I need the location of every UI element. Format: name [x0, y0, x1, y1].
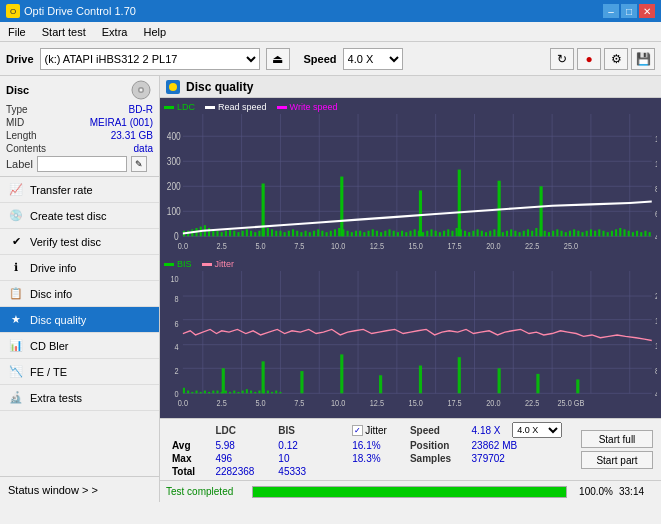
svg-rect-118	[472, 231, 474, 237]
svg-rect-123	[493, 229, 495, 236]
svg-rect-72	[279, 231, 281, 237]
disc-contents-value: data	[134, 143, 153, 154]
svg-rect-128	[514, 231, 516, 237]
position-value: 23862 MB	[470, 439, 577, 452]
svg-text:20.0: 20.0	[486, 397, 500, 408]
svg-rect-63	[267, 228, 269, 236]
svg-rect-100	[397, 232, 399, 236]
svg-rect-95	[376, 231, 378, 237]
disc-section: Disc Type BD-R MID MEIRA1 (001) Length 2…	[0, 76, 159, 177]
speed-select[interactable]: 4.0 X	[343, 48, 403, 70]
verify-test-disc-icon: ✔	[8, 234, 24, 250]
svg-rect-154	[623, 229, 625, 236]
svg-rect-83	[326, 232, 328, 236]
legend-write-speed: Write speed	[277, 102, 338, 112]
menu-help[interactable]: Help	[139, 24, 170, 40]
start-full-button[interactable]: Start full	[581, 430, 653, 448]
svg-text:0.0: 0.0	[178, 240, 188, 251]
svg-text:20.0: 20.0	[486, 240, 500, 251]
disc-button[interactable]: ●	[577, 48, 601, 70]
legend-read-speed: Read speed	[205, 102, 267, 112]
svg-rect-125	[502, 232, 504, 236]
svg-rect-119	[477, 229, 479, 236]
sidebar-item-verify-test-disc-label: Verify test disc	[30, 236, 101, 248]
ldc-legend-dot	[164, 106, 174, 109]
max-bis: 10	[272, 452, 321, 465]
svg-rect-96	[380, 232, 382, 236]
status-text: Test completed	[166, 486, 246, 497]
total-bis: 45333	[272, 465, 321, 478]
sidebar-item-transfer-rate[interactable]: 📈 Transfer rate	[0, 177, 159, 203]
svg-rect-217	[208, 392, 210, 393]
sidebar-item-extra-tests[interactable]: 🔬 Extra tests	[0, 385, 159, 411]
svg-rect-160	[649, 232, 651, 236]
titlebar-controls[interactable]: – □ ✕	[603, 4, 655, 18]
svg-rect-107	[426, 231, 428, 237]
jitter-checkbox-cell[interactable]: ✓ Jitter	[346, 421, 404, 439]
settings-button[interactable]: ⚙	[604, 48, 628, 70]
menu-file[interactable]: File	[4, 24, 30, 40]
minimize-button[interactable]: –	[603, 4, 619, 18]
jitter-checkbox[interactable]: ✓	[352, 425, 363, 436]
lower-chart: BIS Jitter	[164, 259, 657, 414]
refresh-button[interactable]: ↻	[550, 48, 574, 70]
svg-rect-222	[229, 392, 231, 393]
position-label: Position	[404, 439, 470, 452]
svg-rect-137	[552, 231, 554, 237]
sidebar-item-disc-info-label: Disc info	[30, 288, 72, 300]
svg-rect-226	[246, 389, 248, 393]
menu-start-test[interactable]: Start test	[38, 24, 90, 40]
svg-rect-75	[292, 229, 294, 236]
svg-text:6X: 6X	[655, 208, 657, 219]
svg-text:10.0: 10.0	[331, 397, 345, 408]
svg-rect-216	[204, 391, 206, 394]
svg-text:2.5: 2.5	[217, 397, 227, 408]
svg-text:8%: 8%	[655, 365, 657, 376]
sidebar-item-drive-info[interactable]: ℹ Drive info	[0, 255, 159, 281]
label-edit-button[interactable]: ✎	[131, 156, 147, 172]
maximize-button[interactable]: □	[621, 4, 637, 18]
svg-text:16%: 16%	[655, 315, 657, 326]
eject-button[interactable]: ⏏	[266, 48, 290, 70]
svg-rect-111	[443, 231, 445, 237]
sidebar: Disc Type BD-R MID MEIRA1 (001) Length 2…	[0, 76, 160, 502]
svg-rect-67	[340, 177, 343, 237]
disc-mid-label: MID	[6, 117, 24, 128]
svg-rect-52	[221, 232, 223, 236]
svg-rect-143	[577, 231, 579, 237]
content-area: Disc quality LDC Read speed	[160, 76, 661, 502]
svg-rect-51	[216, 231, 218, 237]
write-speed-legend-dot	[277, 106, 287, 109]
svg-text:17.5: 17.5	[447, 397, 461, 408]
sidebar-item-extra-tests-label: Extra tests	[30, 392, 82, 404]
sidebar-item-verify-test-disc[interactable]: ✔ Verify test disc	[0, 229, 159, 255]
svg-rect-113	[451, 231, 453, 237]
svg-rect-152	[615, 229, 617, 236]
sidebar-item-disc-info[interactable]: 📋 Disc info	[0, 281, 159, 307]
sidebar-item-cd-bler-label: CD Bler	[30, 340, 69, 352]
close-button[interactable]: ✕	[639, 4, 655, 18]
svg-rect-59	[250, 231, 252, 237]
start-part-button[interactable]: Start part	[581, 451, 653, 469]
sidebar-item-cd-bler[interactable]: 📊 CD Bler	[0, 333, 159, 359]
svg-rect-55	[233, 231, 235, 237]
svg-rect-233	[275, 391, 277, 394]
label-input[interactable]	[37, 156, 127, 172]
sidebar-item-disc-quality[interactable]: ★ Disc quality	[0, 307, 159, 333]
svg-rect-56	[237, 232, 239, 236]
svg-point-3	[169, 83, 177, 91]
drive-select[interactable]: (k:) ATAPI iHBS312 2 PL17	[40, 48, 260, 70]
charts-area: LDC Read speed Write speed	[160, 98, 661, 418]
transfer-rate-icon: 📈	[8, 182, 24, 198]
status-window-button[interactable]: Status window > >	[0, 476, 159, 502]
menu-extra[interactable]: Extra	[98, 24, 132, 40]
svg-rect-108	[430, 229, 432, 236]
speed-select-stats[interactable]: 4.0 X	[512, 422, 562, 438]
save-button[interactable]: 💾	[631, 48, 655, 70]
sidebar-item-fe-te[interactable]: 📉 FE / TE	[0, 359, 159, 385]
disc-info-icon: 📋	[8, 286, 24, 302]
svg-rect-102	[405, 232, 407, 236]
sidebar-item-create-test-disc[interactable]: 💿 Create test disc	[0, 203, 159, 229]
svg-rect-228	[254, 392, 256, 393]
toolbar-right-buttons: ↻ ● ⚙ 💾	[550, 48, 655, 70]
